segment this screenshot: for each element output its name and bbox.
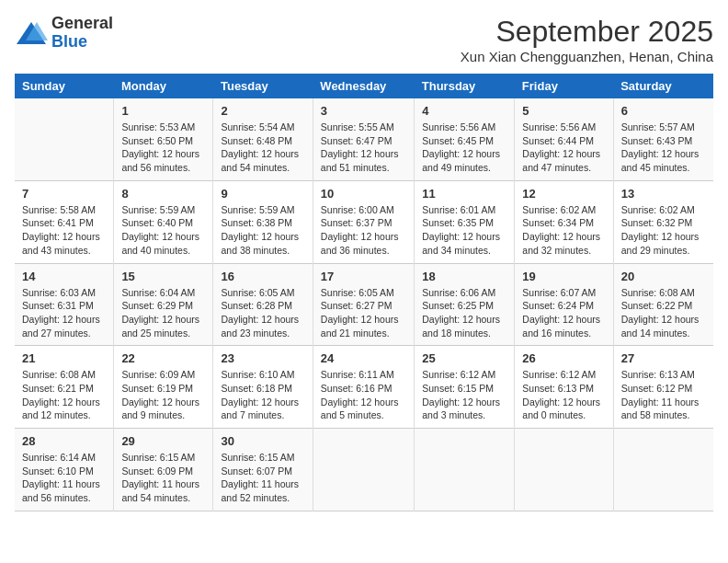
day-info: Sunrise: 6:01 AM Sunset: 6:35 PM Dayligh…	[422, 203, 506, 258]
calendar-cell: 28Sunrise: 6:14 AM Sunset: 6:10 PM Dayli…	[15, 429, 114, 511]
calendar-cell: 12Sunrise: 6:02 AM Sunset: 6:34 PM Dayli…	[515, 180, 613, 263]
weekday-header: Monday	[114, 74, 213, 98]
day-number: 21	[22, 351, 106, 365]
subtitle: Xun Xian Chengguanzhen, Henan, China	[461, 49, 713, 64]
day-number: 13	[621, 187, 706, 201]
day-info: Sunrise: 6:12 AM Sunset: 6:13 PM Dayligh…	[522, 368, 605, 422]
day-number: 9	[221, 187, 304, 201]
calendar-cell: 15Sunrise: 6:04 AM Sunset: 6:29 PM Dayli…	[114, 263, 213, 346]
calendar-cell	[613, 429, 713, 511]
calendar-cell: 1Sunrise: 5:53 AM Sunset: 6:50 PM Daylig…	[114, 98, 213, 180]
day-number: 7	[22, 187, 106, 201]
calendar-cell: 7Sunrise: 5:58 AM Sunset: 6:41 PM Daylig…	[15, 180, 114, 263]
day-info: Sunrise: 6:12 AM Sunset: 6:15 PM Dayligh…	[422, 368, 506, 422]
calendar-cell: 11Sunrise: 6:01 AM Sunset: 6:35 PM Dayli…	[415, 180, 515, 263]
day-number: 14	[22, 270, 106, 283]
day-info: Sunrise: 5:57 AM Sunset: 6:43 PM Dayligh…	[621, 121, 706, 175]
day-number: 18	[422, 270, 506, 283]
weekday-header: Tuesday	[213, 74, 313, 98]
calendar-cell: 13Sunrise: 6:02 AM Sunset: 6:32 PM Dayli…	[613, 180, 713, 263]
day-number: 11	[422, 187, 506, 201]
day-info: Sunrise: 5:59 AM Sunset: 6:40 PM Dayligh…	[121, 203, 205, 258]
calendar-cell: 6Sunrise: 5:57 AM Sunset: 6:43 PM Daylig…	[613, 98, 713, 180]
calendar-cell	[515, 429, 613, 511]
day-info: Sunrise: 6:06 AM Sunset: 6:25 PM Dayligh…	[422, 286, 506, 340]
month-title: September 2025	[461, 15, 713, 49]
calendar-cell: 16Sunrise: 6:05 AM Sunset: 6:28 PM Dayli…	[213, 263, 313, 346]
day-number: 5	[522, 104, 605, 118]
logo-icon	[15, 20, 48, 46]
calendar-cell: 25Sunrise: 6:12 AM Sunset: 6:15 PM Dayli…	[415, 346, 515, 429]
day-info: Sunrise: 6:10 AM Sunset: 6:18 PM Dayligh…	[221, 368, 304, 422]
day-number: 15	[121, 270, 205, 283]
calendar-cell	[15, 98, 114, 180]
day-number: 25	[422, 351, 506, 365]
calendar-cell: 14Sunrise: 6:03 AM Sunset: 6:31 PM Dayli…	[15, 263, 114, 346]
day-info: Sunrise: 6:14 AM Sunset: 6:10 PM Dayligh…	[22, 451, 106, 505]
day-number: 1	[121, 104, 205, 118]
calendar-cell	[313, 429, 414, 511]
day-number: 8	[121, 187, 205, 201]
day-info: Sunrise: 6:15 AM Sunset: 6:07 PM Dayligh…	[221, 451, 304, 505]
day-number: 27	[621, 351, 706, 365]
calendar-week-row: 14Sunrise: 6:03 AM Sunset: 6:31 PM Dayli…	[15, 263, 713, 346]
calendar-cell: 3Sunrise: 5:55 AM Sunset: 6:47 PM Daylig…	[313, 98, 414, 180]
day-number: 2	[221, 104, 304, 118]
day-info: Sunrise: 5:55 AM Sunset: 6:47 PM Dayligh…	[321, 121, 406, 175]
calendar-cell: 10Sunrise: 6:00 AM Sunset: 6:37 PM Dayli…	[313, 180, 414, 263]
day-number: 17	[321, 270, 406, 283]
day-info: Sunrise: 6:09 AM Sunset: 6:19 PM Dayligh…	[121, 368, 205, 422]
calendar-week-row: 7Sunrise: 5:58 AM Sunset: 6:41 PM Daylig…	[15, 180, 713, 263]
day-info: Sunrise: 6:03 AM Sunset: 6:31 PM Dayligh…	[22, 286, 106, 340]
day-info: Sunrise: 6:08 AM Sunset: 6:21 PM Dayligh…	[22, 368, 106, 422]
day-info: Sunrise: 5:58 AM Sunset: 6:41 PM Dayligh…	[22, 203, 106, 258]
calendar-cell: 21Sunrise: 6:08 AM Sunset: 6:21 PM Dayli…	[15, 346, 114, 429]
logo-text: General Blue	[51, 15, 113, 52]
calendar-header-row: SundayMondayTuesdayWednesdayThursdayFrid…	[15, 74, 713, 98]
page-header: General Blue September 2025 Xun Xian Che…	[15, 15, 713, 64]
calendar-cell: 27Sunrise: 6:13 AM Sunset: 6:12 PM Dayli…	[613, 346, 713, 429]
day-info: Sunrise: 6:02 AM Sunset: 6:32 PM Dayligh…	[621, 203, 706, 258]
calendar-cell: 30Sunrise: 6:15 AM Sunset: 6:07 PM Dayli…	[213, 429, 313, 511]
day-info: Sunrise: 5:53 AM Sunset: 6:50 PM Dayligh…	[121, 121, 205, 175]
day-number: 16	[221, 270, 304, 283]
logo-line1: General	[51, 15, 113, 33]
calendar-cell: 5Sunrise: 5:56 AM Sunset: 6:44 PM Daylig…	[515, 98, 613, 180]
day-number: 4	[422, 104, 506, 118]
title-block: September 2025 Xun Xian Chengguanzhen, H…	[461, 15, 713, 64]
day-number: 12	[522, 187, 605, 201]
calendar-cell: 20Sunrise: 6:08 AM Sunset: 6:22 PM Dayli…	[613, 263, 713, 346]
weekday-header: Friday	[515, 74, 613, 98]
day-info: Sunrise: 6:11 AM Sunset: 6:16 PM Dayligh…	[321, 368, 406, 422]
day-number: 3	[321, 104, 406, 118]
day-info: Sunrise: 5:56 AM Sunset: 6:44 PM Dayligh…	[522, 121, 605, 175]
calendar-cell: 4Sunrise: 5:56 AM Sunset: 6:45 PM Daylig…	[415, 98, 515, 180]
day-number: 6	[621, 104, 706, 118]
day-number: 28	[22, 434, 106, 448]
logo: General Blue	[15, 15, 113, 52]
day-info: Sunrise: 6:05 AM Sunset: 6:28 PM Dayligh…	[221, 286, 304, 340]
day-number: 20	[621, 270, 706, 283]
calendar-week-row: 1Sunrise: 5:53 AM Sunset: 6:50 PM Daylig…	[15, 98, 713, 180]
calendar-week-row: 28Sunrise: 6:14 AM Sunset: 6:10 PM Dayli…	[15, 429, 713, 511]
calendar-cell: 24Sunrise: 6:11 AM Sunset: 6:16 PM Dayli…	[313, 346, 414, 429]
logo-line2: Blue	[51, 33, 113, 52]
day-info: Sunrise: 6:08 AM Sunset: 6:22 PM Dayligh…	[621, 286, 706, 340]
calendar-cell: 2Sunrise: 5:54 AM Sunset: 6:48 PM Daylig…	[213, 98, 313, 180]
calendar-cell: 19Sunrise: 6:07 AM Sunset: 6:24 PM Dayli…	[515, 263, 613, 346]
day-number: 29	[121, 434, 205, 448]
day-number: 30	[221, 434, 304, 448]
day-info: Sunrise: 6:07 AM Sunset: 6:24 PM Dayligh…	[522, 286, 605, 340]
calendar-cell: 17Sunrise: 6:05 AM Sunset: 6:27 PM Dayli…	[313, 263, 414, 346]
day-info: Sunrise: 6:05 AM Sunset: 6:27 PM Dayligh…	[321, 286, 406, 340]
calendar-cell: 18Sunrise: 6:06 AM Sunset: 6:25 PM Dayli…	[415, 263, 515, 346]
day-info: Sunrise: 6:15 AM Sunset: 6:09 PM Dayligh…	[121, 451, 205, 505]
weekday-header: Wednesday	[313, 74, 414, 98]
calendar-table: SundayMondayTuesdayWednesdayThursdayFrid…	[15, 74, 713, 511]
weekday-header: Saturday	[613, 74, 713, 98]
day-number: 23	[221, 351, 304, 365]
calendar-cell: 9Sunrise: 5:59 AM Sunset: 6:38 PM Daylig…	[213, 180, 313, 263]
day-number: 22	[121, 351, 205, 365]
day-info: Sunrise: 5:56 AM Sunset: 6:45 PM Dayligh…	[422, 121, 506, 175]
day-number: 24	[321, 351, 406, 365]
